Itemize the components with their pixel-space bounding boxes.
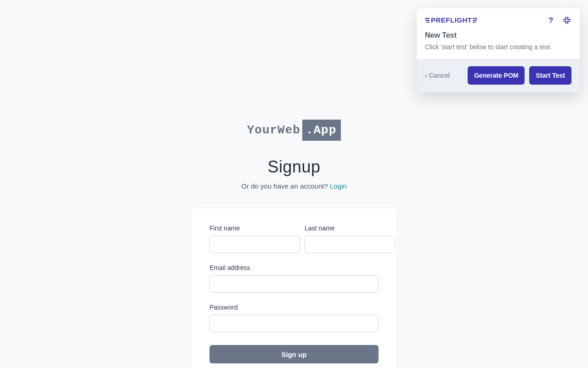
preflight-body: New Test Click 'start test' below to sta… (417, 31, 580, 59)
app-logo: YourWeb .App (247, 120, 341, 141)
generate-pom-button[interactable]: Generate POM (468, 66, 525, 85)
app-logo-left: YourWeb (247, 123, 300, 137)
preflight-title: New Test (425, 31, 571, 40)
preflight-subtitle: Click 'start test' below to start creati… (425, 42, 571, 52)
first-name-group: First name (209, 224, 300, 253)
app-logo-right: .App (302, 120, 341, 141)
page-title: Signup (267, 157, 320, 177)
email-input[interactable] (209, 275, 379, 293)
last-name-label: Last name (305, 224, 395, 232)
signup-wrapper: YourWeb .App Signup Or do you have an ac… (191, 0, 397, 368)
preflight-header: PREFLIGHT ? (417, 8, 580, 31)
last-name-group: Last name (305, 224, 395, 253)
email-label: Email address (209, 264, 379, 271)
signup-button[interactable]: Sign up (209, 345, 379, 363)
email-group: Email address (209, 264, 379, 293)
preflight-panel: PREFLIGHT ? (417, 8, 580, 92)
preflight-logo: PREFLIGHT (425, 16, 477, 24)
minimize-icon[interactable] (562, 16, 571, 25)
first-name-label: First name (209, 224, 300, 232)
start-test-button[interactable]: Start Test (529, 66, 571, 85)
login-link[interactable]: Login (330, 182, 347, 190)
signup-card: First name Last name Email address Passw… (191, 207, 397, 368)
password-label: Password (209, 304, 379, 311)
signup-subtext-label: Or do you have an account? (241, 182, 330, 190)
preflight-footer: ‹ Cancel Generate POM Start Test (417, 59, 580, 92)
password-input[interactable] (209, 315, 379, 332)
cancel-button[interactable]: ‹ Cancel (425, 72, 450, 79)
first-name-input[interactable] (209, 236, 300, 253)
svg-text:PREFLIGHT: PREFLIGHT (431, 16, 472, 24)
help-icon[interactable]: ? (547, 16, 556, 25)
svg-text:?: ? (548, 16, 553, 24)
last-name-input[interactable] (305, 236, 395, 253)
password-group: Password (209, 304, 379, 332)
signup-subtext: Or do you have an account? Login (241, 182, 346, 190)
